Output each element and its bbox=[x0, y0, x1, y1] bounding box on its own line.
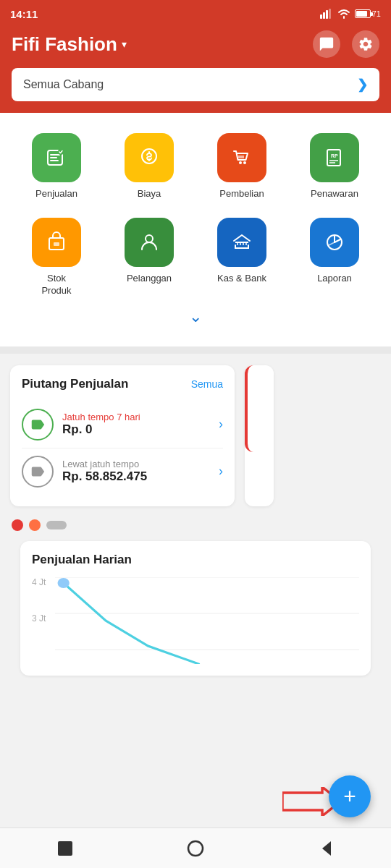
menu-item-kas-bank[interactable]: Kas & Bank bbox=[196, 212, 288, 303]
square-icon bbox=[56, 839, 75, 858]
piutang-card-header: Piutang Penjualan Semua bbox=[22, 377, 223, 391]
signal-icon bbox=[320, 9, 333, 19]
piutang-row-lewat[interactable]: Lewat jatuh tempo Rp. 58.852.475 › bbox=[22, 448, 223, 495]
status-time: 14:11 bbox=[10, 8, 38, 20]
piutang-card-title: Piutang Penjualan bbox=[22, 377, 128, 391]
biaya-icon bbox=[125, 133, 174, 182]
fab-arrow-hint bbox=[282, 787, 326, 809]
piutang-card: Piutang Penjualan Semua Jatuh tempo 7 ha… bbox=[10, 365, 235, 506]
penjualan-card: Penjualan Harian 4 Jt 3 Jt bbox=[20, 541, 371, 676]
piutang-row-jatuh-tempo[interactable]: Jatuh tempo 7 hari Rp. 0 › bbox=[22, 401, 223, 448]
gear-icon bbox=[358, 36, 374, 52]
svg-rect-0 bbox=[320, 14, 322, 19]
section-divider bbox=[0, 346, 391, 354]
piutang-label-2: Lewat jatuh tempo bbox=[62, 459, 147, 469]
svg-marker-22 bbox=[322, 841, 331, 856]
penjualan-chart bbox=[55, 577, 359, 664]
kas-bank-icon bbox=[217, 218, 266, 267]
header-icons bbox=[313, 30, 379, 58]
piutang-row-left-1: Jatuh tempo 7 hari Rp. 0 bbox=[22, 409, 140, 441]
menu-section: Penjualan Biaya Pembelian bbox=[0, 113, 391, 346]
header-left[interactable]: Fifi Fashion ▾ bbox=[12, 33, 127, 56]
settings-button[interactable] bbox=[352, 30, 379, 58]
piutang-value-2: Rp. 58.852.475 bbox=[62, 469, 147, 484]
menu-item-pelanggan[interactable]: Pelanggan bbox=[103, 212, 196, 303]
card-peek bbox=[245, 365, 274, 506]
svg-rect-2 bbox=[326, 10, 328, 19]
penjualan-label: Penjualan bbox=[35, 188, 77, 200]
battery-level: 71 bbox=[372, 9, 381, 18]
menu-grid: Penjualan Biaya Pembelian bbox=[7, 127, 384, 303]
menu-item-stok-produk[interactable]: StokProduk bbox=[10, 212, 103, 303]
app-header: Fifi Fashion ▾ bbox=[0, 26, 391, 68]
chat-button[interactable] bbox=[313, 30, 340, 58]
svg-point-8 bbox=[243, 161, 246, 164]
penawaran-label: Penawaran bbox=[311, 188, 358, 200]
penjualan-icon bbox=[32, 133, 81, 182]
svg-rect-20 bbox=[58, 841, 72, 856]
stok-produk-icon bbox=[32, 218, 81, 267]
penjualan-section-wrapper: Penjualan Harian 4 Jt 3 Jt bbox=[0, 541, 391, 744]
laporan-icon bbox=[310, 218, 359, 267]
piutang-text-2: Lewat jatuh tempo Rp. 58.852.475 bbox=[62, 459, 147, 484]
dot-1 bbox=[12, 519, 23, 531]
piutang-label-1: Jatuh tempo 7 hari bbox=[62, 412, 140, 422]
bottom-nav bbox=[0, 827, 391, 868]
chat-icon bbox=[319, 36, 335, 52]
circle-icon bbox=[185, 838, 206, 859]
search-bar[interactable]: Semua Cabang ❯ bbox=[12, 68, 379, 101]
piutang-card-link[interactable]: Semua bbox=[191, 378, 223, 390]
pembelian-label: Pembelian bbox=[219, 188, 264, 200]
search-bar-label: Semua Cabang bbox=[23, 78, 104, 91]
menu-item-pembelian[interactable]: Pembelian bbox=[196, 127, 288, 206]
svg-rect-1 bbox=[323, 12, 325, 19]
penawaran-icon: RP bbox=[310, 133, 359, 182]
dot-3 bbox=[46, 521, 67, 529]
menu-item-penawaran[interactable]: RP Penawaran bbox=[288, 127, 381, 206]
pelanggan-label: Pelanggan bbox=[127, 273, 172, 285]
penjualan-title: Penjualan Harian bbox=[32, 553, 359, 567]
nav-back-button[interactable] bbox=[307, 830, 345, 867]
menu-item-biaya[interactable]: Biaya bbox=[103, 127, 196, 206]
pembelian-icon bbox=[217, 133, 266, 182]
svg-text:RP: RP bbox=[331, 153, 338, 158]
nav-home-button[interactable] bbox=[177, 830, 214, 867]
app-title: Fifi Fashion bbox=[12, 33, 117, 56]
stok-produk-label: StokProduk bbox=[41, 273, 71, 297]
piutang-arrow-2: › bbox=[219, 464, 223, 479]
dropdown-icon: ▾ bbox=[122, 38, 127, 50]
svg-rect-12 bbox=[54, 242, 59, 246]
chart-area: 4 Jt 3 Jt bbox=[32, 577, 359, 664]
status-bar: 14:11 71 bbox=[0, 0, 391, 26]
search-bar-arrow-icon: ❯ bbox=[357, 77, 368, 93]
menu-item-laporan[interactable]: Laporan bbox=[288, 212, 381, 303]
dot-2 bbox=[29, 519, 41, 531]
nav-square-button[interactable] bbox=[46, 830, 84, 867]
biaya-label: Biaya bbox=[138, 188, 161, 200]
svg-point-13 bbox=[146, 235, 153, 242]
laporan-label: Laporan bbox=[317, 273, 352, 285]
cards-row: Piutang Penjualan Semua Jatuh tempo 7 ha… bbox=[0, 354, 391, 518]
svg-rect-3 bbox=[329, 9, 331, 19]
piutang-arrow-1: › bbox=[219, 417, 223, 432]
piutang-icon-jatuh-tempo bbox=[22, 409, 54, 441]
svg-point-18 bbox=[58, 578, 70, 588]
chevron-wrap: ⌄ bbox=[7, 303, 384, 339]
chart-label-4jt: 4 Jt bbox=[32, 577, 46, 587]
piutang-value-1: Rp. 0 bbox=[62, 422, 140, 437]
fab-icon: + bbox=[343, 786, 356, 807]
piutang-icon-lewat bbox=[22, 456, 54, 488]
menu-item-penjualan[interactable]: Penjualan bbox=[10, 127, 103, 206]
battery-icon: 71 bbox=[355, 9, 381, 18]
fab-add-button[interactable]: + bbox=[329, 775, 371, 817]
chart-label-3jt: 3 Jt bbox=[32, 613, 46, 624]
svg-point-21 bbox=[188, 841, 203, 856]
pelanggan-icon bbox=[125, 218, 174, 267]
wifi-icon bbox=[337, 9, 350, 19]
piutang-row-left-2: Lewat jatuh tempo Rp. 58.852.475 bbox=[22, 456, 147, 488]
chevron-down-icon[interactable]: ⌄ bbox=[189, 307, 202, 326]
svg-point-7 bbox=[239, 161, 242, 164]
piutang-text-1: Jatuh tempo 7 hari Rp. 0 bbox=[62, 412, 140, 437]
back-icon bbox=[316, 839, 335, 858]
search-bar-wrapper: Semua Cabang ❯ bbox=[0, 68, 391, 113]
